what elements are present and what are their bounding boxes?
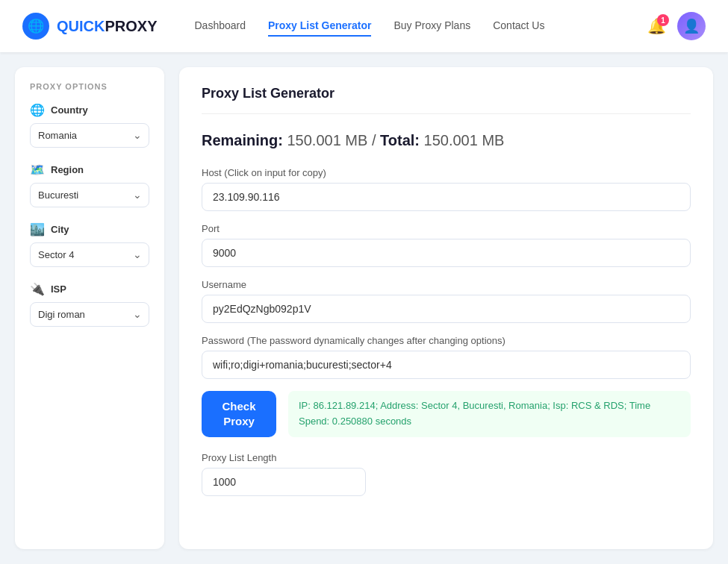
isp-label: 🔌 ISP: [30, 282, 149, 296]
host-input[interactable]: [202, 183, 691, 211]
map-icon: 🗺️: [30, 163, 45, 177]
avatar[interactable]: 👤: [677, 12, 706, 40]
password-label: Password (The password dynamically chang…: [202, 335, 691, 346]
password-input[interactable]: [202, 351, 691, 379]
remaining-value: 150.001 MB: [287, 132, 367, 148]
region-label: 🗺️ Region: [30, 163, 149, 177]
isp-icon: 🔌: [30, 282, 45, 296]
page: PROXY OPTIONS 🌐 Country Romania 🗺️ Regio…: [0, 52, 728, 564]
port-input[interactable]: [202, 239, 691, 267]
bell-badge: 1: [657, 14, 669, 26]
isp-group: 🔌 ISP Digi roman: [30, 282, 149, 327]
city-group: 🏙️ City Sector 4: [30, 222, 149, 267]
header-actions: 🔔 1 👤: [647, 12, 706, 40]
proxy-length-label: Proxy List Length: [202, 452, 691, 463]
nav-contact-us[interactable]: Contact Us: [493, 16, 544, 37]
port-label: Port: [202, 223, 691, 234]
logo-text-proxy: PROXY: [105, 18, 157, 34]
nav-proxy-list-generator[interactable]: Proxy List Generator: [268, 16, 372, 37]
stats-text: Remaining: 150.001 MB / Total: 150.001 M…: [202, 132, 504, 148]
stats-row: Remaining: 150.001 MB / Total: 150.001 M…: [202, 132, 691, 149]
proxy-length-group: Proxy List Length: [202, 452, 691, 496]
isp-select-wrapper: Digi roman: [30, 302, 149, 327]
region-select-wrapper: Bucuresti: [30, 183, 149, 207]
check-row: CheckProxy IP: 86.121.89.214; Address: S…: [202, 391, 691, 437]
remaining-label: Remaining:: [202, 132, 283, 148]
city-select[interactable]: Sector 4: [30, 242, 149, 267]
password-group: Password (The password dynamically chang…: [202, 335, 691, 379]
header: 🌐 QUICKPROXY Dashboard Proxy List Genera…: [0, 0, 728, 52]
region-select[interactable]: Bucuresti: [30, 183, 149, 207]
logo-text-quick: QUICK: [57, 18, 105, 34]
country-group: 🌐 Country Romania: [30, 103, 149, 148]
nav-buy-proxy-plans[interactable]: Buy Proxy Plans: [393, 16, 470, 37]
country-select[interactable]: Romania: [30, 123, 149, 148]
check-proxy-button[interactable]: CheckProxy: [202, 391, 276, 437]
city-label: 🏙️ City: [30, 222, 149, 236]
logo-icon: 🌐: [22, 13, 49, 40]
nav-dashboard[interactable]: Dashboard: [194, 16, 246, 37]
total-value: 150.001 MB: [424, 132, 505, 148]
isp-select[interactable]: Digi roman: [30, 302, 149, 327]
logo[interactable]: 🌐 QUICKPROXY: [22, 13, 157, 40]
username-group: Username: [202, 279, 691, 323]
globe-icon: 🌐: [30, 103, 45, 117]
nav: Dashboard Proxy List Generator Buy Proxy…: [194, 16, 647, 37]
notifications-button[interactable]: 🔔 1: [647, 17, 666, 35]
host-label: Host (Click on input for copy): [202, 167, 691, 178]
city-icon: 🏙️: [30, 222, 45, 236]
country-label: 🌐 Country: [30, 103, 149, 117]
city-select-wrapper: Sector 4: [30, 242, 149, 267]
proxy-length-input[interactable]: [202, 468, 366, 496]
total-label: Total:: [380, 132, 420, 148]
separator: /: [372, 132, 380, 148]
sidebar: PROXY OPTIONS 🌐 Country Romania 🗺️ Regio…: [15, 67, 164, 549]
logo-text: QUICKPROXY: [57, 18, 157, 35]
check-result: IP: 86.121.89.214; Address: Sector 4, Bu…: [288, 391, 691, 437]
username-label: Username: [202, 279, 691, 290]
host-group: Host (Click on input for copy): [202, 167, 691, 211]
page-title: Proxy List Generator: [202, 86, 691, 114]
port-group: Port: [202, 223, 691, 267]
country-select-wrapper: Romania: [30, 123, 149, 148]
sidebar-title: PROXY OPTIONS: [30, 82, 149, 91]
main-content: Proxy List Generator Remaining: 150.001 …: [179, 67, 713, 549]
region-group: 🗺️ Region Bucuresti: [30, 163, 149, 207]
username-input[interactable]: [202, 295, 691, 323]
